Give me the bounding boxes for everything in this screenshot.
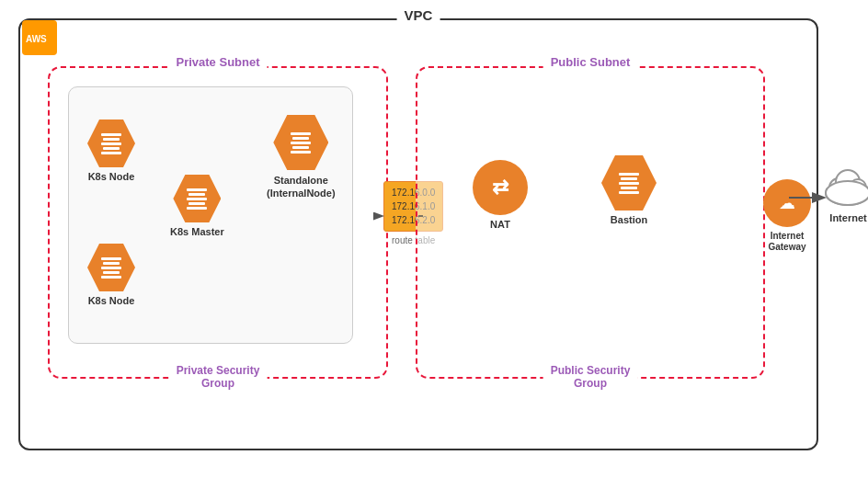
private-subnet: Private Subnet K8s Node [48, 66, 388, 379]
internet-cloud: Internet [823, 165, 868, 223]
nat-label: NAT [490, 219, 510, 230]
private-sg-label: Private SecurityGroup [169, 364, 268, 390]
k8s-master-label: K8s Master [170, 226, 224, 237]
k8s-master-icon [173, 175, 221, 222]
private-inner-box: K8s Node K8s Master [68, 86, 353, 344]
igw-label: InternetGateway [768, 231, 805, 253]
nat-icon: ⇄ [473, 160, 528, 215]
svg-text:AWS: AWS [26, 34, 47, 44]
standalone-label: Standalone(InternalNode) [267, 174, 336, 200]
nat-node: ⇄ NAT [473, 160, 528, 230]
igw-symbol: ☁ [779, 193, 795, 213]
k8s-node-2-icon [87, 244, 135, 291]
bastion-node: Bastion [601, 155, 657, 225]
internet-label: Internet [823, 212, 868, 223]
nat-arrows-icon: ⇄ [492, 176, 508, 199]
vpc-container: VPC Private Subnet K8s Node [18, 18, 818, 450]
bastion-label: Bastion [611, 214, 647, 225]
public-subnet: Public Subnet ⇄ NAT Bastion Public Secur… [416, 66, 765, 379]
private-subnet-label: Private Subnet [168, 55, 267, 69]
igw-icon-container: ☁ InternetGateway [763, 179, 811, 253]
cloud-svg [823, 165, 868, 207]
standalone-icon [273, 115, 328, 170]
aws-logo: AWS [22, 20, 57, 59]
k8s-node-2: K8s Node [87, 244, 135, 306]
standalone-node: Standalone(InternalNode) [267, 115, 336, 200]
svg-point-4 [826, 181, 868, 205]
k8s-node-1-icon [87, 120, 135, 167]
k8s-node-1-label: K8s Node [88, 171, 135, 182]
k8s-node-1: K8s Node [87, 120, 135, 182]
public-sg-label: Public SecurityGroup [543, 364, 638, 390]
bastion-icon [601, 155, 657, 211]
public-subnet-label: Public Subnet [543, 55, 638, 69]
vpc-label: VPC [397, 7, 440, 23]
igw-icon: ☁ [763, 179, 811, 227]
k8s-node-2-label: K8s Node [88, 295, 135, 306]
k8s-master: K8s Master [170, 175, 224, 237]
igw-node: ☁ InternetGateway [763, 179, 811, 253]
